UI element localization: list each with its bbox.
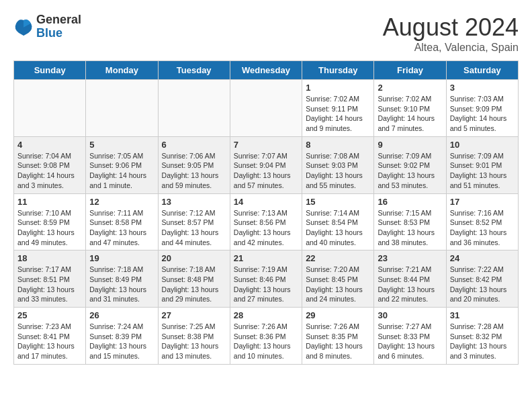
calendar-week-row: 11Sunrise: 7:10 AM Sunset: 8:59 PM Dayli… bbox=[14, 193, 519, 250]
day-number: 6 bbox=[162, 140, 226, 150]
day-info: Sunrise: 7:15 AM Sunset: 8:53 PM Dayligh… bbox=[378, 208, 442, 248]
weekday-header-monday: Monday bbox=[86, 61, 158, 80]
logo-general-text: General bbox=[36, 13, 81, 27]
calendar-day-24: 24Sunrise: 7:22 AM Sunset: 8:42 PM Dayli… bbox=[446, 250, 518, 308]
day-number: 22 bbox=[306, 253, 370, 263]
weekday-header-tuesday: Tuesday bbox=[158, 61, 230, 80]
calendar-day-2: 2Sunrise: 7:02 AM Sunset: 9:10 PM Daylig… bbox=[374, 80, 446, 137]
page-header: General Blue August 2024 Altea, Valencia… bbox=[13, 13, 519, 54]
day-number: 4 bbox=[17, 140, 82, 150]
day-info: Sunrise: 7:05 AM Sunset: 9:06 PM Dayligh… bbox=[89, 151, 154, 191]
day-info: Sunrise: 7:17 AM Sunset: 8:51 PM Dayligh… bbox=[17, 265, 82, 304]
calendar-day-12: 12Sunrise: 7:11 AM Sunset: 8:58 PM Dayli… bbox=[86, 193, 158, 250]
day-number: 7 bbox=[234, 140, 298, 150]
calendar-day-19: 19Sunrise: 7:18 AM Sunset: 8:49 PM Dayli… bbox=[86, 250, 158, 308]
day-number: 1 bbox=[306, 83, 370, 93]
calendar-day-3: 3Sunrise: 7:03 AM Sunset: 9:09 PM Daylig… bbox=[446, 80, 518, 137]
calendar-day-8: 8Sunrise: 7:08 AM Sunset: 9:03 PM Daylig… bbox=[302, 136, 374, 193]
day-info: Sunrise: 7:28 AM Sunset: 8:32 PM Dayligh… bbox=[450, 322, 515, 361]
logo-text: General Blue bbox=[36, 13, 81, 40]
day-info: Sunrise: 7:16 AM Sunset: 8:52 PM Dayligh… bbox=[450, 208, 515, 248]
calendar-day-25: 25Sunrise: 7:23 AM Sunset: 8:41 PM Dayli… bbox=[14, 308, 86, 365]
calendar-day-10: 10Sunrise: 7:09 AM Sunset: 9:01 PM Dayli… bbox=[446, 136, 518, 193]
calendar-week-row: 18Sunrise: 7:17 AM Sunset: 8:51 PM Dayli… bbox=[14, 250, 519, 308]
location-subtitle: Altea, Valencia, Spain bbox=[383, 42, 519, 54]
day-info: Sunrise: 7:11 AM Sunset: 8:58 PM Dayligh… bbox=[89, 208, 154, 248]
day-number: 2 bbox=[378, 83, 442, 93]
calendar-day-28: 28Sunrise: 7:26 AM Sunset: 8:36 PM Dayli… bbox=[230, 308, 302, 365]
day-number: 29 bbox=[306, 310, 370, 320]
day-info: Sunrise: 7:02 AM Sunset: 9:10 PM Dayligh… bbox=[378, 94, 442, 134]
day-info: Sunrise: 7:19 AM Sunset: 8:46 PM Dayligh… bbox=[234, 265, 298, 304]
day-number: 31 bbox=[450, 310, 515, 320]
day-info: Sunrise: 7:10 AM Sunset: 8:59 PM Dayligh… bbox=[17, 208, 82, 248]
day-number: 17 bbox=[450, 197, 515, 207]
weekday-header-friday: Friday bbox=[374, 61, 446, 80]
day-info: Sunrise: 7:18 AM Sunset: 8:49 PM Dayligh… bbox=[89, 265, 154, 304]
day-number: 12 bbox=[89, 197, 154, 207]
calendar-week-row: 25Sunrise: 7:23 AM Sunset: 8:41 PM Dayli… bbox=[14, 308, 519, 365]
day-number: 21 bbox=[234, 253, 298, 263]
day-number: 11 bbox=[17, 197, 82, 207]
calendar-week-row: 4Sunrise: 7:04 AM Sunset: 9:08 PM Daylig… bbox=[14, 136, 519, 193]
day-info: Sunrise: 7:04 AM Sunset: 9:08 PM Dayligh… bbox=[17, 151, 82, 191]
month-year-title: August 2024 bbox=[383, 13, 519, 42]
calendar-day-23: 23Sunrise: 7:21 AM Sunset: 8:44 PM Dayli… bbox=[374, 250, 446, 308]
logo-icon bbox=[13, 17, 34, 37]
day-number: 9 bbox=[378, 140, 442, 150]
weekday-header-thursday: Thursday bbox=[302, 61, 374, 80]
calendar-day-empty bbox=[230, 80, 302, 137]
calendar-day-22: 22Sunrise: 7:20 AM Sunset: 8:45 PM Dayli… bbox=[302, 250, 374, 308]
day-number: 25 bbox=[17, 310, 82, 320]
calendar-table: SundayMondayTuesdayWednesdayThursdayFrid… bbox=[13, 60, 519, 365]
calendar-day-9: 9Sunrise: 7:09 AM Sunset: 9:02 PM Daylig… bbox=[374, 136, 446, 193]
day-number: 10 bbox=[450, 140, 515, 150]
day-info: Sunrise: 7:20 AM Sunset: 8:45 PM Dayligh… bbox=[306, 265, 370, 304]
day-number: 3 bbox=[450, 83, 515, 93]
calendar-week-row: 1Sunrise: 7:02 AM Sunset: 9:11 PM Daylig… bbox=[14, 80, 519, 137]
weekday-header-row: SundayMondayTuesdayWednesdayThursdayFrid… bbox=[14, 61, 519, 80]
calendar-day-6: 6Sunrise: 7:06 AM Sunset: 9:05 PM Daylig… bbox=[158, 136, 230, 193]
weekday-header-sunday: Sunday bbox=[14, 61, 86, 80]
day-number: 20 bbox=[162, 253, 226, 263]
weekday-header-wednesday: Wednesday bbox=[230, 61, 302, 80]
day-info: Sunrise: 7:02 AM Sunset: 9:11 PM Dayligh… bbox=[306, 94, 370, 134]
day-info: Sunrise: 7:25 AM Sunset: 8:38 PM Dayligh… bbox=[162, 322, 226, 361]
day-number: 27 bbox=[162, 310, 226, 320]
day-info: Sunrise: 7:18 AM Sunset: 8:48 PM Dayligh… bbox=[162, 265, 226, 304]
logo-blue-text: Blue bbox=[36, 27, 81, 40]
calendar-day-empty bbox=[86, 80, 158, 137]
day-info: Sunrise: 7:06 AM Sunset: 9:05 PM Dayligh… bbox=[162, 151, 226, 191]
day-info: Sunrise: 7:03 AM Sunset: 9:09 PM Dayligh… bbox=[450, 94, 515, 134]
day-number: 15 bbox=[306, 197, 370, 207]
calendar-day-4: 4Sunrise: 7:04 AM Sunset: 9:08 PM Daylig… bbox=[14, 136, 86, 193]
day-info: Sunrise: 7:24 AM Sunset: 8:39 PM Dayligh… bbox=[89, 322, 154, 361]
day-info: Sunrise: 7:23 AM Sunset: 8:41 PM Dayligh… bbox=[17, 322, 82, 361]
calendar-day-20: 20Sunrise: 7:18 AM Sunset: 8:48 PM Dayli… bbox=[158, 250, 230, 308]
calendar-day-7: 7Sunrise: 7:07 AM Sunset: 9:04 PM Daylig… bbox=[230, 136, 302, 193]
title-block: August 2024 Altea, Valencia, Spain bbox=[383, 13, 519, 54]
day-number: 26 bbox=[89, 310, 154, 320]
day-info: Sunrise: 7:26 AM Sunset: 8:36 PM Dayligh… bbox=[234, 322, 298, 361]
day-number: 28 bbox=[234, 310, 298, 320]
day-info: Sunrise: 7:13 AM Sunset: 8:56 PM Dayligh… bbox=[234, 208, 298, 248]
day-info: Sunrise: 7:27 AM Sunset: 8:33 PM Dayligh… bbox=[378, 322, 442, 361]
calendar-day-21: 21Sunrise: 7:19 AM Sunset: 8:46 PM Dayli… bbox=[230, 250, 302, 308]
day-number: 24 bbox=[450, 253, 515, 263]
day-number: 13 bbox=[162, 197, 226, 207]
calendar-day-16: 16Sunrise: 7:15 AM Sunset: 8:53 PM Dayli… bbox=[374, 193, 446, 250]
day-info: Sunrise: 7:08 AM Sunset: 9:03 PM Dayligh… bbox=[306, 151, 370, 191]
weekday-header-saturday: Saturday bbox=[446, 61, 518, 80]
calendar-day-18: 18Sunrise: 7:17 AM Sunset: 8:51 PM Dayli… bbox=[14, 250, 86, 308]
calendar-day-29: 29Sunrise: 7:26 AM Sunset: 8:35 PM Dayli… bbox=[302, 308, 374, 365]
day-number: 19 bbox=[89, 253, 154, 263]
day-number: 18 bbox=[17, 253, 82, 263]
day-number: 16 bbox=[378, 197, 442, 207]
day-info: Sunrise: 7:09 AM Sunset: 9:02 PM Dayligh… bbox=[378, 151, 442, 191]
calendar-day-5: 5Sunrise: 7:05 AM Sunset: 9:06 PM Daylig… bbox=[86, 136, 158, 193]
calendar-day-30: 30Sunrise: 7:27 AM Sunset: 8:33 PM Dayli… bbox=[374, 308, 446, 365]
day-info: Sunrise: 7:12 AM Sunset: 8:57 PM Dayligh… bbox=[162, 208, 226, 248]
day-info: Sunrise: 7:26 AM Sunset: 8:35 PM Dayligh… bbox=[306, 322, 370, 361]
calendar-day-17: 17Sunrise: 7:16 AM Sunset: 8:52 PM Dayli… bbox=[446, 193, 518, 250]
calendar-day-11: 11Sunrise: 7:10 AM Sunset: 8:59 PM Dayli… bbox=[14, 193, 86, 250]
